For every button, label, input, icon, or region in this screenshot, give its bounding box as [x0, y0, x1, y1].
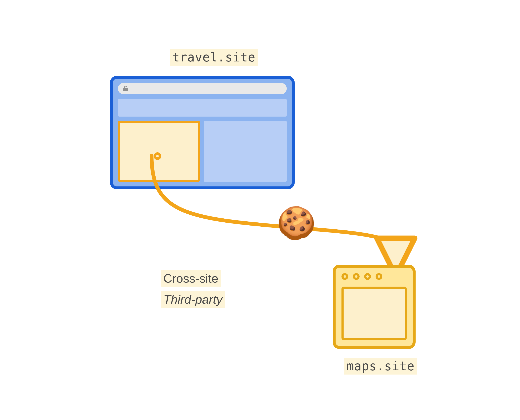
- target-server-window: [333, 265, 416, 349]
- window-control-dots: [342, 273, 382, 280]
- label-cross-site: Cross-site: [161, 270, 221, 287]
- diagram-canvas: travel.site 🍪 Cross-site Third-party: [0, 0, 520, 420]
- embedded-iframe-panel: [118, 121, 200, 182]
- window-dot: [375, 273, 382, 280]
- lock-icon: [123, 86, 128, 91]
- address-bar: [118, 83, 287, 94]
- window-dot: [342, 273, 348, 280]
- window-dot: [364, 273, 371, 280]
- connection-origin-dot: [154, 152, 161, 160]
- label-bottom-site: maps.site: [344, 358, 417, 375]
- page-content-panel: [204, 121, 287, 182]
- label-third-party: Third-party: [161, 291, 225, 308]
- label-top-site: travel.site: [170, 49, 258, 66]
- cookie-icon: 🍪: [277, 207, 316, 239]
- browser-window: [110, 76, 295, 189]
- request-arrow: [0, 0, 520, 420]
- server-content-area: [342, 287, 407, 340]
- page-banner: [118, 99, 287, 117]
- window-dot: [353, 273, 359, 280]
